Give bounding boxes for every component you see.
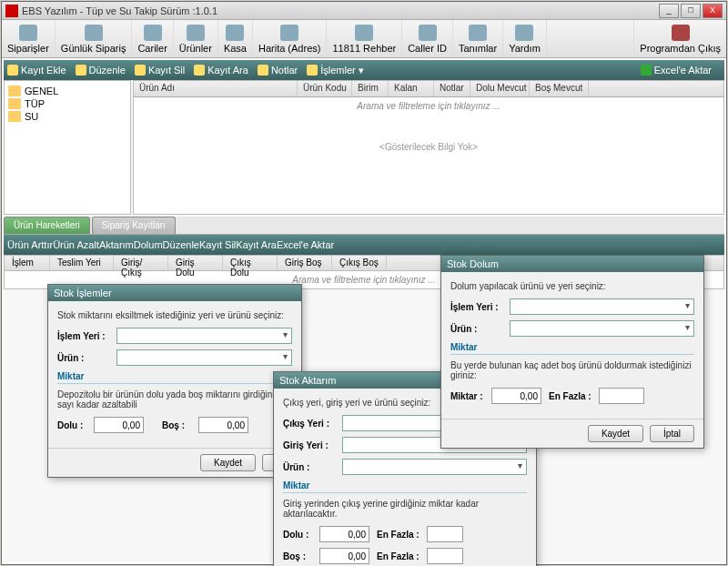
bos-input[interactable] bbox=[198, 417, 248, 433]
tree-su[interactable]: SU bbox=[8, 110, 126, 123]
enfazla-bos[interactable] bbox=[427, 548, 463, 564]
islem-yeri-combo[interactable] bbox=[116, 328, 292, 344]
col2-giris-bos[interactable]: Giriş Boş bbox=[278, 256, 332, 270]
iptal-button-3[interactable]: İptal bbox=[650, 425, 694, 442]
btn-urun-azalt[interactable]: Ürün Azalt bbox=[53, 239, 99, 250]
col-urun-kodu[interactable]: Ürün Kodu bbox=[298, 81, 352, 96]
miktar-input[interactable] bbox=[491, 388, 541, 404]
btn-islemler[interactable]: İşlemler ▾ bbox=[307, 65, 364, 76]
col2-islem[interactable]: İşlem bbox=[5, 256, 50, 270]
btn-notlar[interactable]: Notlar bbox=[258, 65, 298, 76]
titlebar: EBS Yazılım - Tüp ve Su Takip Sürüm :1.0… bbox=[2, 2, 726, 20]
dialog-stok-dolum: Stok Dolum Dolum yapılacak ürünü ve yeri… bbox=[440, 255, 704, 449]
tb-harita[interactable]: Harita (Adres) bbox=[253, 20, 327, 57]
folder-icon bbox=[8, 111, 21, 122]
tab-siparis-kayitlari[interactable]: Sipariş Kayıtları bbox=[92, 217, 176, 234]
tab-urun-hareketleri[interactable]: Ürün Hareketleri bbox=[4, 217, 90, 234]
detail-tabs: Ürün Hareketleri Sipariş Kayıtları bbox=[4, 217, 724, 235]
bos-input-2[interactable] bbox=[319, 548, 369, 564]
col2-giris-cikis[interactable]: Giriş/Çıkış bbox=[114, 256, 168, 270]
close-button[interactable]: X bbox=[703, 4, 723, 18]
btn-duzenle[interactable]: Düzenle bbox=[76, 65, 126, 76]
btn-kayit-sil[interactable]: Kayıt Sil bbox=[135, 65, 185, 76]
dolu-input-2[interactable] bbox=[319, 526, 369, 542]
window-title: EBS Yazılım - Tüp ve Su Takip Sürüm :1.0… bbox=[22, 5, 659, 16]
col2-giris-dolu[interactable]: Giriş Dolu bbox=[168, 256, 223, 270]
btn-dolum[interactable]: Dolum bbox=[134, 239, 163, 250]
enfazla-dolu[interactable] bbox=[427, 526, 463, 542]
btn-excel-aktar-1[interactable]: Excel'e Aktar bbox=[641, 65, 712, 76]
app-icon bbox=[5, 5, 18, 17]
empty-message: <Gösterilecek Bilgi Yok> bbox=[134, 115, 723, 179]
maximize-button[interactable]: □ bbox=[681, 4, 701, 18]
tb-siparisler[interactable]: Siparişler bbox=[2, 20, 56, 57]
col-bos-mevcut[interactable]: Boş Mevcut bbox=[530, 81, 589, 96]
grid-header: Ürün Adı Ürün Kodu Birim Kalan Notlar Do… bbox=[134, 81, 723, 97]
sub-toolbar-1: Kayıt Ekle Düzenle Kayıt Sil Kayıt Ara N… bbox=[4, 60, 724, 80]
col2-cikis-dolu[interactable]: Çıkış Dolu bbox=[223, 256, 278, 270]
col2-teslim-yeri[interactable]: Teslim Yeri bbox=[50, 256, 114, 270]
btn-urun-arttir[interactable]: Ürün Arttır bbox=[7, 239, 53, 250]
btn-excel-aktar-2[interactable]: Excel'e Aktar bbox=[277, 239, 334, 250]
enfazla-input[interactable] bbox=[599, 388, 644, 404]
tb-tanimlar[interactable]: Tanımlar bbox=[453, 20, 503, 57]
col2-cikis-bos[interactable]: Çıkış Boş bbox=[332, 256, 387, 270]
btn-duzenle-2[interactable]: Düzenle bbox=[163, 239, 199, 250]
dialog-title: Stok Dolum bbox=[441, 256, 703, 272]
col-urun-adi[interactable]: Ürün Adı bbox=[134, 81, 298, 96]
tree-tup[interactable]: TÜP bbox=[8, 97, 126, 110]
dialog-title: Stok İşlemler bbox=[48, 285, 301, 301]
tb-callerid[interactable]: Caller ID bbox=[402, 20, 453, 57]
products-grid: Ürün Adı Ürün Kodu Birim Kalan Notlar Do… bbox=[133, 80, 724, 215]
dialog-stok-islemler: Stok İşlemler Stok miktarını eksiltmek i… bbox=[47, 284, 302, 478]
btn-kayit-ekle[interactable]: Kayıt Ekle bbox=[7, 65, 66, 76]
islem-yeri-combo-2[interactable] bbox=[510, 298, 694, 315]
urun-combo-2[interactable] bbox=[342, 459, 527, 475]
kaydet-button[interactable]: Kaydet bbox=[200, 454, 256, 471]
minimize-button[interactable]: _ bbox=[659, 4, 679, 18]
sub-toolbar-2: Ürün Arttır Ürün Azalt Aktarım Dolum Düz… bbox=[4, 235, 724, 255]
btn-kayit-ara[interactable]: Kayıt Ara bbox=[194, 65, 248, 76]
tb-rehber[interactable]: 11811 Rehber bbox=[327, 20, 402, 57]
col-dolu-mevcut[interactable]: Dolu Mevcut bbox=[470, 81, 530, 96]
btn-kayit-ara-2[interactable]: Kayıt Ara bbox=[236, 239, 277, 250]
filter-row[interactable]: Arama ve filtreleme için tıklayınız ... bbox=[134, 97, 723, 115]
kaydet-button-3[interactable]: Kaydet bbox=[588, 425, 643, 442]
dolu-input[interactable] bbox=[94, 417, 144, 433]
col-birim[interactable]: Birim bbox=[352, 81, 389, 96]
tb-urunler[interactable]: Ürünler bbox=[174, 20, 218, 57]
btn-aktarim[interactable]: Aktarım bbox=[99, 239, 134, 250]
tb-exit[interactable]: Programdan Çıkış bbox=[633, 20, 726, 57]
folder-icon bbox=[8, 86, 21, 96]
category-tree: GENEL TÜP SU bbox=[4, 80, 131, 215]
tb-kasa[interactable]: Kasa bbox=[218, 20, 253, 57]
col-notlar[interactable]: Notlar bbox=[434, 81, 470, 96]
tb-cariler[interactable]: Cariler bbox=[132, 20, 173, 57]
tb-gunluk-siparis[interactable]: Günlük Sipariş bbox=[56, 20, 133, 57]
urun-combo[interactable] bbox=[116, 349, 292, 366]
folder-icon bbox=[8, 98, 21, 109]
main-toolbar: Siparişler Günlük Sipariş Cariler Ürünle… bbox=[2, 20, 726, 58]
urun-combo-3[interactable] bbox=[510, 320, 694, 337]
tb-yardim[interactable]: Yardım bbox=[503, 20, 547, 57]
btn-kayit-sil-2[interactable]: Kayıt Sil bbox=[199, 239, 236, 250]
tree-genel[interactable]: GENEL bbox=[8, 85, 126, 97]
col-kalan[interactable]: Kalan bbox=[389, 81, 434, 96]
